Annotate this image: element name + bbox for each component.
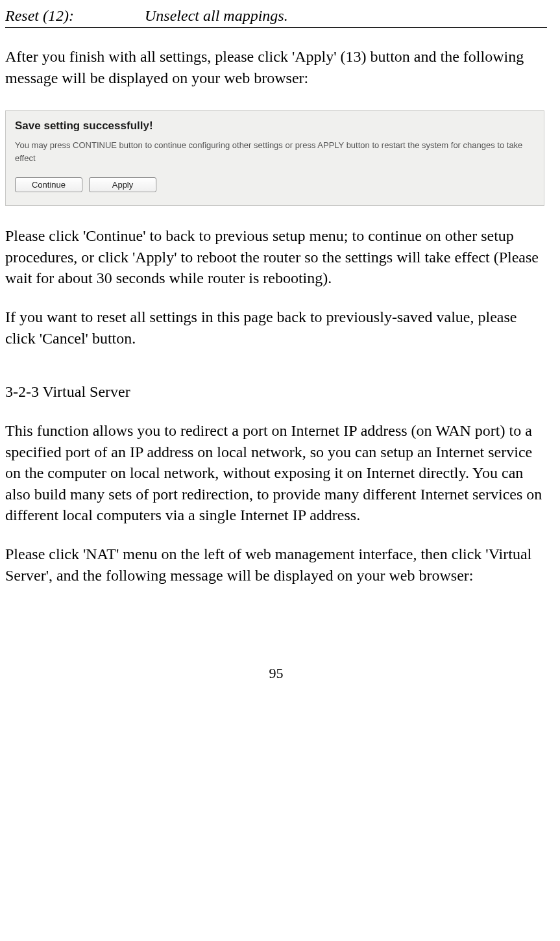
definition-row: Reset (12): Unselect all mappings. [5,5,547,28]
paragraph-continue-apply: Please click 'Continue' to back to previ… [5,225,547,288]
dialog-button-row: Continue Apply [6,177,544,205]
apply-button[interactable]: Apply [89,177,156,192]
definition-desc: Unselect all mappings. [145,5,547,26]
definition-term: Reset (12): [5,5,145,26]
dialog-title: Save setting successfully! [6,111,544,139]
section-heading-virtual-server: 3-2-3 Virtual Server [5,381,547,402]
page-number: 95 [5,664,547,683]
paragraph-intro: After you finish with all settings, plea… [5,46,547,88]
dialog-description: You may press CONTINUE button to continu… [6,139,544,177]
paragraph-cancel: If you want to reset all settings in thi… [5,307,547,349]
save-success-dialog: Save setting successfully! You may press… [5,110,544,206]
paragraph-nat-instructions: Please click 'NAT' menu on the left of w… [5,544,547,586]
paragraph-virtual-server-desc: This function allows you to redirect a p… [5,420,547,525]
continue-button[interactable]: Continue [15,177,82,192]
